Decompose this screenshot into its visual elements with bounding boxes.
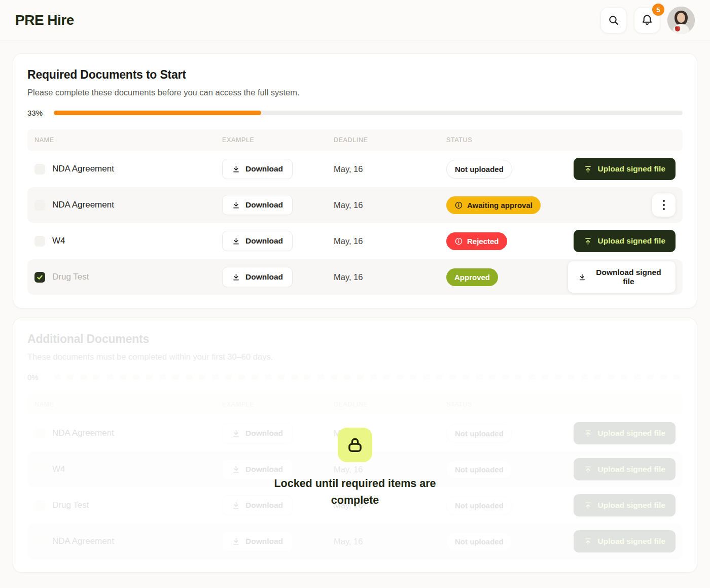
row-checkbox[interactable] (34, 536, 45, 547)
status-label: Awaiting approval (467, 201, 532, 210)
status-cell: Not uploaded (446, 160, 568, 179)
status-cell: Rejected (446, 232, 568, 250)
download-example-label: Download (245, 236, 283, 246)
status-label: Not uploaded (455, 165, 504, 174)
document-name: NDA Agreement (52, 428, 114, 438)
upload-signed-file-label: Upload signed file (598, 501, 665, 510)
document-name: W4 (52, 236, 65, 246)
name-cell: Drug Test (34, 500, 222, 511)
row-checkbox[interactable] (34, 464, 45, 475)
row-checkbox[interactable] (34, 164, 45, 175)
status-badge: Not uploaded (446, 496, 512, 515)
download-example-label: Download (245, 272, 283, 282)
status-cell: Approved (446, 268, 568, 286)
example-cell: Download (222, 423, 334, 443)
download-icon (232, 273, 240, 282)
upload-signed-file-button[interactable]: Upload signed file (574, 158, 676, 180)
table-body: NDA Agreement Download May, 16 Not uploa… (27, 151, 683, 295)
row-checkbox[interactable] (34, 272, 45, 283)
name-cell: NDA Agreement (34, 428, 222, 439)
progress-bar (54, 111, 683, 115)
download-example-button[interactable]: Download (222, 459, 293, 479)
upload-signed-file-label: Upload signed file (598, 537, 665, 546)
row-menu-button[interactable] (652, 193, 676, 217)
status-label: Not uploaded (455, 537, 504, 546)
download-icon (578, 273, 586, 282)
status-label: Rejected (467, 237, 499, 246)
action-cell: Upload signed file (574, 422, 676, 444)
download-example-label: Download (245, 164, 283, 174)
upload-signed-file-button[interactable]: Upload signed file (574, 230, 676, 252)
header-actions: 5 (600, 7, 695, 34)
table-row: NDA Agreement Download May, 16 Not uploa… (27, 151, 683, 187)
upload-signed-file-button[interactable]: Upload signed file (574, 422, 676, 444)
status-label: Not uploaded (455, 465, 504, 474)
row-checkbox[interactable] (34, 428, 45, 439)
section-subtitle: These documents must be completed within… (27, 352, 683, 362)
deadline-value: May, 16 (334, 465, 446, 474)
table-header-row: NAMEEXAMPLEDEADLINESTATUS (27, 394, 683, 415)
status-cell: Not uploaded (446, 424, 568, 443)
upload-signed-file-button[interactable]: Upload signed file (574, 458, 676, 480)
action-cell (652, 193, 676, 217)
download-icon (232, 201, 240, 210)
app-header: PRE Hire 5 (0, 0, 710, 41)
download-example-button[interactable]: Download (222, 495, 293, 515)
upload-icon (584, 429, 592, 438)
download-example-button[interactable]: Download (222, 195, 293, 215)
deadline-value: May, 16 (334, 236, 446, 246)
row-checkbox[interactable] (34, 500, 45, 511)
action-cell: Upload signed file (574, 530, 676, 552)
column-header: NAME (34, 401, 222, 408)
status-badge: Awaiting approval (446, 196, 541, 214)
upload-icon (584, 465, 592, 474)
example-cell: Download (222, 231, 334, 251)
download-signed-file-button[interactable]: Download signed file (568, 261, 676, 293)
download-example-label: Download (245, 501, 283, 510)
table-row: W4 Download May, 16 Not uploaded (27, 452, 683, 487)
lock-icon (346, 436, 364, 454)
upload-icon (584, 537, 592, 546)
download-example-label: Download (245, 537, 283, 546)
table-header-row: NAMEEXAMPLEDEADLINESTATUS (27, 129, 683, 151)
kebab-icon (663, 200, 665, 202)
info-icon (454, 201, 463, 210)
additional-documents-card: Additional Documents These documents mus… (13, 318, 697, 573)
column-header: EXAMPLE (222, 136, 334, 144)
notifications-button[interactable]: 5 (634, 7, 660, 33)
documents-table: NAMEEXAMPLEDEADLINESTATUS NDA Agreement … (27, 394, 683, 559)
name-cell: W4 (34, 464, 222, 475)
upload-signed-file-button[interactable]: Upload signed file (574, 530, 676, 552)
example-cell: Download (222, 495, 334, 515)
section-subtitle: Please complete these documents before y… (27, 88, 683, 97)
deadline-value: May, 16 (334, 164, 446, 174)
status-label: Approved (454, 273, 490, 282)
download-example-button[interactable]: Download (222, 267, 293, 287)
download-example-button[interactable]: Download (222, 231, 293, 251)
action-cell: Upload signed file (574, 458, 676, 480)
search-button[interactable] (600, 7, 627, 33)
upload-signed-file-label: Upload signed file (598, 236, 665, 246)
example-cell: Download (222, 159, 334, 179)
upload-signed-file-label: Upload signed file (598, 164, 665, 174)
user-avatar[interactable] (667, 7, 695, 34)
progress-bar (54, 375, 683, 379)
upload-icon (584, 165, 592, 174)
upload-signed-file-label: Upload signed file (598, 429, 665, 438)
example-cell: Download (222, 195, 334, 215)
status-cell: Not uploaded (446, 460, 568, 479)
column-header: STATUS (446, 401, 568, 408)
document-name: Drug Test (52, 272, 89, 282)
info-icon (454, 237, 463, 246)
download-example-button[interactable]: Download (222, 423, 293, 443)
action-cell: Upload signed file (574, 494, 676, 516)
name-cell: W4 (34, 236, 222, 247)
download-example-button[interactable]: Download (222, 531, 293, 551)
name-cell: Drug Test (34, 272, 222, 283)
row-checkbox[interactable] (34, 200, 45, 211)
download-example-button[interactable]: Download (222, 159, 293, 179)
row-checkbox[interactable] (34, 236, 45, 247)
example-cell: Download (222, 459, 334, 479)
document-name: NDA Agreement (52, 200, 114, 210)
upload-signed-file-button[interactable]: Upload signed file (574, 494, 676, 516)
